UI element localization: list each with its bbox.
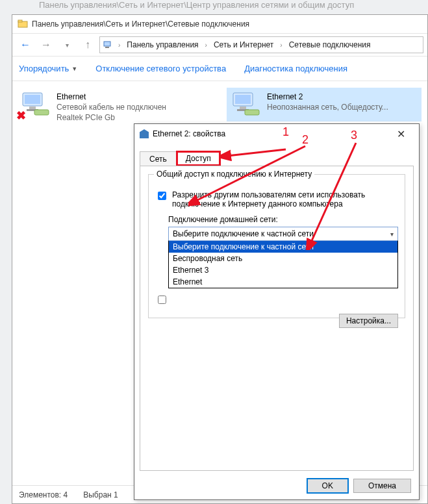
window-title-text: Панель управления\Сеть и Интернет\Сетевы…: [32, 19, 249, 29]
recent-dropdown[interactable]: ▾: [58, 36, 76, 54]
tab-sharing[interactable]: Доступ: [176, 151, 221, 166]
up-button[interactable]: ↑: [79, 36, 97, 54]
connection-item-ethernet2[interactable]: Ethernet 2 Неопознанная сеть, Общедосту.…: [227, 88, 422, 121]
connection-status: Неопознанная сеть, Общедосту...: [267, 102, 388, 112]
chevron-right-icon: ›: [203, 42, 210, 49]
disconnected-x-icon: ✖: [16, 108, 26, 123]
combo-option[interactable]: Выберите подключение к частной сети: [169, 241, 397, 253]
breadcrumb-item[interactable]: Панель управления: [125, 40, 199, 49]
chevron-right-icon: ›: [116, 42, 123, 49]
dialog-button-row: OK Отмена: [307, 479, 411, 493]
diagnose-button[interactable]: Диагностика подключения: [244, 64, 347, 73]
connection-name: Ethernet 2: [267, 92, 388, 102]
chevron-down-icon: ▾: [390, 231, 394, 238]
toolbar: Упорядочить ▼ Отключение сетевого устрой…: [12, 57, 427, 81]
chevron-right-icon: ›: [277, 42, 284, 49]
location-icon: [103, 40, 113, 50]
connection-item-ethernet[interactable]: ✖ Ethernet Сетевой кабель не подключен R…: [16, 88, 211, 127]
disable-label: Отключение сетевого устройства: [95, 64, 226, 73]
properties-dialog: Ethernet 2: свойства ✕ Сеть Доступ Общий…: [134, 123, 420, 500]
back-button[interactable]: ←: [16, 36, 34, 54]
allow-control-checkbox[interactable]: [158, 296, 166, 304]
organize-menu[interactable]: Упорядочить ▼: [19, 64, 77, 73]
diagnose-label: Диагностика подключения: [244, 64, 347, 73]
breadcrumb-item[interactable]: Сеть и Интернет: [212, 40, 275, 49]
ics-group: Общий доступ к подключению к Интернету Р…: [148, 174, 405, 318]
cancel-button[interactable]: Отмена: [353, 479, 411, 493]
combo-selected-text: Выберите подключение к частной сети: [173, 229, 314, 238]
connection-name: Ethernet: [57, 92, 166, 102]
combo-option[interactable]: Ethernet 3: [169, 264, 397, 276]
disable-device-button[interactable]: Отключение сетевого устройства: [95, 64, 226, 73]
settings-button[interactable]: Настройка...: [339, 314, 398, 328]
svg-rect-2: [104, 42, 110, 46]
home-network-label: Подключение домашней сети:: [168, 215, 398, 224]
tab-network[interactable]: Сеть: [140, 151, 177, 166]
forward-button[interactable]: →: [37, 36, 55, 54]
home-network-combobox[interactable]: Выберите подключение к частной сети ▾ Вы…: [168, 227, 398, 241]
svg-rect-3: [105, 47, 109, 48]
ok-button[interactable]: OK: [307, 479, 348, 493]
connection-icon: ✖: [20, 92, 51, 118]
selection-count: Выбран 1: [83, 490, 118, 499]
combo-option[interactable]: Беспроводная сеть: [169, 253, 397, 264]
close-button[interactable]: ✕: [388, 128, 414, 140]
adapter-icon: [140, 129, 149, 138]
connection-adapter: Realtek PCIe Gb: [57, 112, 166, 123]
combo-option[interactable]: Ethernet: [169, 276, 397, 288]
chevron-down-icon: ▼: [71, 66, 77, 72]
window-titlebar: Панель управления\Сеть и Интернет\Сетевы…: [12, 15, 427, 33]
breadcrumb-field[interactable]: › Панель управления › Сеть и Интернет › …: [99, 36, 423, 53]
svg-rect-5: [25, 95, 40, 104]
connection-icon: [231, 92, 262, 118]
svg-rect-13: [245, 110, 259, 115]
background-window-title: Панель управления\Сеть и Интернет\Центр …: [39, 0, 354, 13]
svg-rect-10: [235, 95, 251, 104]
organize-label: Упорядочить: [19, 64, 69, 73]
allow-sharing-checkbox-row[interactable]: Разрешить другим пользователям сети испо…: [155, 190, 398, 208]
group-title: Общий доступ к подключению к Интернету: [154, 170, 314, 179]
dialog-title-text: Ethernet 2: свойства: [153, 129, 225, 138]
network-folder-icon: [18, 19, 28, 29]
item-count: Элементов: 4: [19, 490, 68, 499]
combo-dropdown-list: Выберите подключение к частной сети Бесп…: [168, 240, 398, 288]
svg-rect-1: [18, 20, 22, 22]
svg-rect-8: [34, 110, 49, 115]
tab-panel-sharing: Общий доступ к подключению к Интернету Р…: [140, 166, 414, 471]
svg-rect-6: [29, 107, 36, 109]
tab-strip: Сеть Доступ: [134, 147, 419, 166]
svg-rect-11: [240, 107, 246, 109]
address-bar: ← → ▾ ↑ › Панель управления › Сеть и Инт…: [12, 33, 427, 57]
allow-control-checkbox-row[interactable]: [155, 294, 398, 306]
allow-sharing-label: Разрешить другим пользователям сети испо…: [172, 190, 398, 208]
breadcrumb-item[interactable]: Сетевые подключения: [288, 40, 372, 49]
allow-sharing-checkbox[interactable]: [158, 192, 166, 200]
dialog-titlebar: Ethernet 2: свойства ✕: [134, 124, 419, 144]
connection-status: Сетевой кабель не подключен: [57, 102, 166, 112]
